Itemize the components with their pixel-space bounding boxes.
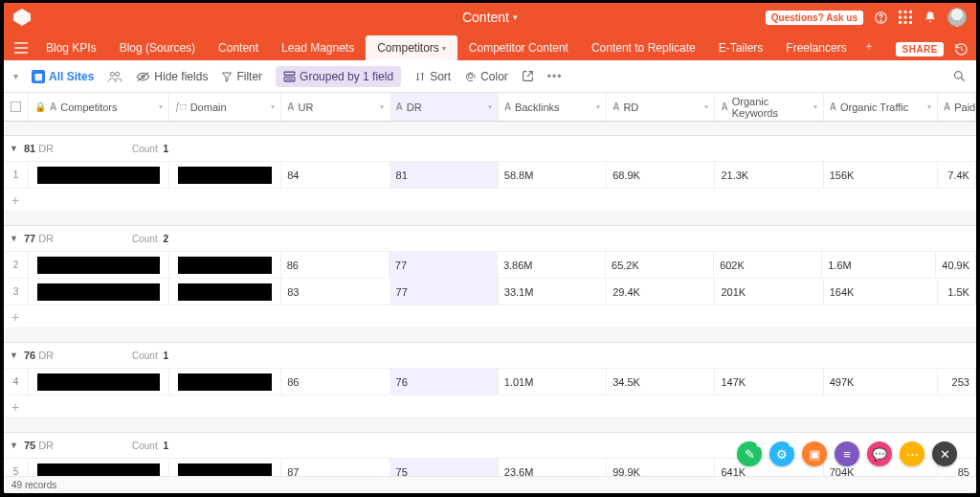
cell-domain[interactable] bbox=[169, 279, 281, 305]
cell-organic-keywords[interactable]: 602K bbox=[714, 252, 822, 278]
cell-organic-keywords[interactable]: 147K bbox=[715, 369, 823, 395]
cell-rd[interactable]: 65.2K bbox=[606, 252, 714, 278]
cell-organic-traffic[interactable]: 164K bbox=[824, 279, 938, 305]
cell-dr[interactable]: 77 bbox=[390, 279, 499, 305]
tab-blog-kpis[interactable]: Blog KPIs bbox=[34, 35, 108, 60]
add-record-button[interactable]: + bbox=[4, 305, 976, 328]
block-fab-4[interactable]: 💬 bbox=[867, 441, 892, 466]
tab-e-tailers[interactable]: E-Tailers bbox=[707, 35, 775, 60]
cell-domain[interactable] bbox=[169, 369, 281, 395]
column-domain[interactable]: ƒ□ Domain ▾ bbox=[169, 93, 281, 121]
color-button[interactable]: Color bbox=[464, 70, 508, 83]
cell-organic-keywords[interactable]: 201K bbox=[715, 279, 823, 305]
cell-backlinks[interactable]: 33.1M bbox=[499, 279, 607, 305]
cell-dr[interactable]: 75 bbox=[390, 459, 499, 476]
group-header[interactable]: ▼ 81 DR Count 1 bbox=[4, 135, 976, 162]
column-organic-keywords[interactable]: A Organic Keywords ▾ bbox=[715, 93, 823, 121]
table-row[interactable]: 2 86 77 3.86M 65.2K 602K 1.6M 40.9K bbox=[4, 252, 976, 279]
column-ur[interactable]: A UR ▾ bbox=[281, 93, 390, 121]
group-header[interactable]: ▼ 77 DR Count 2 bbox=[4, 225, 976, 252]
table-row[interactable]: 1 84 81 58.8M 68.9K 21.3K 156K 7.4K bbox=[4, 162, 976, 189]
cell-dr[interactable]: 77 bbox=[390, 252, 498, 278]
cell-ur[interactable]: 83 bbox=[281, 279, 390, 305]
cell-backlinks[interactable]: 1.01M bbox=[499, 369, 607, 395]
cell-organic-traffic[interactable]: 156K bbox=[824, 162, 938, 188]
column-dr[interactable]: A DR ▾ bbox=[390, 93, 499, 121]
tab-blog-sources[interactable]: Blog (Sources) bbox=[108, 35, 207, 60]
cell-rd[interactable]: 68.9K bbox=[607, 162, 715, 188]
block-fab-2[interactable]: ▣ bbox=[802, 441, 827, 466]
cell-competitors[interactable] bbox=[29, 459, 169, 476]
cell-rd[interactable]: 34.5K bbox=[607, 369, 715, 395]
tab-content-to-replicate[interactable]: Content to Replicate bbox=[580, 35, 707, 60]
block-fab-5[interactable]: ⋯ bbox=[900, 441, 924, 466]
cell-paid-keywords[interactable]: 7.4K bbox=[938, 162, 976, 188]
chevron-down-icon[interactable]: ▾ bbox=[927, 102, 931, 111]
tab-competitor-content[interactable]: Competitor Content bbox=[457, 35, 580, 60]
block-fab-6[interactable]: ✕ bbox=[932, 441, 957, 466]
select-all-checkbox[interactable] bbox=[4, 93, 29, 121]
add-table-button[interactable]: ＋ bbox=[858, 33, 880, 60]
block-fab-0[interactable]: ✎ bbox=[737, 441, 762, 466]
sort-button[interactable]: Sort bbox=[414, 70, 451, 83]
cell-organic-keywords[interactable]: 21.3K bbox=[715, 162, 823, 188]
filter-button[interactable]: Filter bbox=[221, 70, 262, 83]
block-fab-3[interactable]: ≡ bbox=[835, 441, 859, 466]
avatar[interactable] bbox=[947, 8, 967, 27]
block-fab-1[interactable]: ⚙ bbox=[769, 441, 794, 466]
column-organic-traffic[interactable]: A Organic Traffic ▾ bbox=[824, 93, 938, 121]
menu-icon[interactable] bbox=[11, 35, 31, 60]
tab-content[interactable]: Content bbox=[207, 35, 270, 60]
more-options-icon[interactable]: ••• bbox=[547, 70, 563, 83]
table-row[interactable]: 3 83 77 33.1M 29.4K 201K 164K 1.5K bbox=[4, 279, 976, 305]
column-rd[interactable]: A RD ▾ bbox=[607, 93, 715, 121]
cell-domain[interactable] bbox=[169, 459, 281, 476]
cell-rd[interactable]: 29.4K bbox=[607, 279, 715, 305]
base-title[interactable]: Content ▾ bbox=[462, 10, 518, 25]
tab-competitors[interactable]: Competitors▾ bbox=[366, 35, 457, 60]
column-paid-keywords[interactable]: A Paid Ke bbox=[938, 93, 976, 121]
cell-ur[interactable]: 84 bbox=[281, 162, 390, 188]
share-view-icon[interactable] bbox=[522, 70, 534, 82]
app-logo-icon[interactable] bbox=[13, 9, 31, 26]
cell-rd[interactable]: 99.9K bbox=[607, 459, 715, 476]
cell-competitors[interactable] bbox=[29, 162, 169, 188]
group-button[interactable]: Grouped by 1 field bbox=[276, 66, 401, 87]
chevron-down-icon[interactable]: ▾ bbox=[813, 102, 817, 111]
cell-organic-traffic[interactable]: 497K bbox=[824, 369, 938, 395]
collapse-group-icon[interactable]: ▼ bbox=[10, 441, 18, 450]
column-backlinks[interactable]: A Backlinks ▾ bbox=[499, 93, 607, 121]
chevron-down-icon[interactable]: ▾ bbox=[159, 102, 163, 111]
group-header[interactable]: ▼ 76 DR Count 1 bbox=[4, 342, 976, 369]
cell-dr[interactable]: 76 bbox=[390, 369, 499, 395]
collapse-group-icon[interactable]: ▼ bbox=[10, 350, 18, 360]
cell-paid-keywords[interactable]: 253 bbox=[938, 369, 976, 395]
people-icon[interactable] bbox=[107, 70, 122, 83]
cell-backlinks[interactable]: 23.6M bbox=[499, 459, 607, 476]
chevron-down-icon[interactable]: ▾ bbox=[488, 102, 492, 111]
table-row[interactable]: 4 86 76 1.01M 34.5K 147K 497K 253 bbox=[4, 369, 976, 395]
ask-us-button[interactable]: Questions? Ask us bbox=[766, 11, 863, 25]
cell-domain[interactable] bbox=[169, 162, 281, 188]
chevron-down-icon[interactable]: ▾ bbox=[380, 102, 384, 111]
chevron-down-icon[interactable]: ▾ bbox=[271, 102, 275, 111]
cell-ur[interactable]: 87 bbox=[281, 459, 390, 476]
cell-paid-keywords[interactable]: 1.5K bbox=[938, 279, 976, 305]
cell-dr[interactable]: 81 bbox=[390, 162, 499, 188]
chevron-down-icon[interactable]: ▾ bbox=[704, 102, 708, 111]
cell-backlinks[interactable]: 58.8M bbox=[499, 162, 607, 188]
cell-paid-keywords[interactable]: 40.9K bbox=[936, 252, 976, 278]
notifications-icon[interactable] bbox=[923, 10, 938, 25]
hide-fields-button[interactable]: Hide fields bbox=[136, 70, 208, 83]
tab-lead-magnets[interactable]: Lead Magnets bbox=[270, 35, 366, 60]
view-switcher[interactable]: ▦ All Sites bbox=[32, 70, 94, 83]
collapse-group-icon[interactable]: ▼ bbox=[10, 234, 18, 243]
search-icon[interactable] bbox=[952, 69, 967, 83]
cell-competitors[interactable] bbox=[29, 369, 169, 395]
cell-ur[interactable]: 86 bbox=[281, 252, 390, 278]
collapse-group-icon[interactable]: ▼ bbox=[10, 144, 18, 153]
chevron-down-icon[interactable]: ▾ bbox=[596, 102, 600, 111]
column-competitors[interactable]: 🔒 A Competitors ▾ bbox=[29, 93, 169, 121]
cell-domain[interactable] bbox=[169, 252, 281, 278]
cell-competitors[interactable] bbox=[29, 279, 169, 305]
